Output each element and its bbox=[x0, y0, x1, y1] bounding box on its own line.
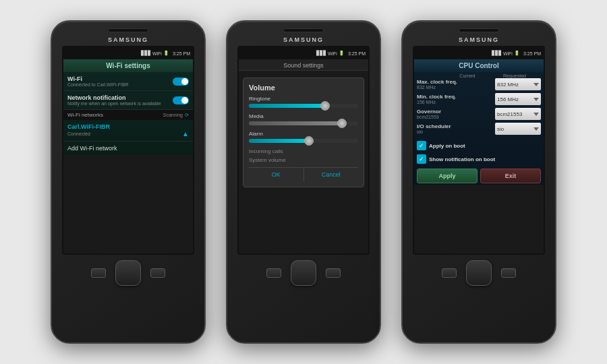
dropdown-value-3: sio bbox=[497, 126, 504, 132]
dropdown-value-1: 156 MHz bbox=[497, 96, 519, 102]
dropdown-arrow-1 bbox=[533, 98, 539, 101]
apply-boot-checkbox[interactable] bbox=[417, 141, 426, 150]
screen-title-wifi: Wi-Fi settings bbox=[63, 59, 193, 72]
media-fill bbox=[249, 121, 342, 125]
phone-sound: SAMSUNG ▊▊▊ WiFi 🔋 3:25 PM Sound setting… bbox=[226, 20, 381, 344]
notif-toggle[interactable] bbox=[173, 96, 189, 104]
cpu-row-name-1: Min. clock freq. bbox=[417, 94, 494, 100]
wifi-main-label: Wi-Fi bbox=[67, 75, 129, 82]
network-name: Carl.WiFi-FIBR bbox=[67, 123, 189, 130]
alarm-thumb[interactable] bbox=[304, 136, 314, 146]
notif-sub-label: Notify me when an open network is availa… bbox=[67, 101, 170, 106]
notif-main-label: Network notification bbox=[67, 94, 170, 101]
apply-boot-row[interactable]: Apply on boot bbox=[414, 139, 544, 152]
wifi-icon-sound: WiFi bbox=[328, 51, 337, 56]
battery-icon-sound: 🔋 bbox=[339, 51, 345, 56]
back-button-sound[interactable] bbox=[326, 268, 341, 278]
cpu-dropdown-1[interactable]: 156 MHz bbox=[495, 93, 541, 105]
notif-boot-label: Show notification on boot bbox=[429, 156, 495, 162]
notif-row[interactable]: Network notification Notify me when an o… bbox=[63, 91, 193, 110]
status-bar-wifi: ▊▊▊ WiFi 🔋 3:25 PM bbox=[63, 47, 193, 59]
speaker-cpu bbox=[459, 28, 499, 32]
signal-icon-sound: ▊▊▊ bbox=[316, 51, 326, 56]
alarm-fill bbox=[249, 139, 309, 143]
back-button-cpu[interactable] bbox=[501, 268, 516, 278]
ringtone-slider[interactable] bbox=[249, 104, 358, 108]
home-button-sound[interactable] bbox=[291, 260, 316, 286]
cpu-row-name-0: Max. clock freq. bbox=[417, 79, 494, 85]
back-button-wifi[interactable] bbox=[150, 268, 165, 278]
status-bar-sound: ▊▊▊ WiFi 🔋 3:25 PM bbox=[239, 47, 368, 59]
dropdown-arrow-3 bbox=[533, 127, 539, 131]
ringtone-fill bbox=[249, 104, 325, 108]
cpu-row-current-2: bcm21553 bbox=[417, 115, 494, 119]
cpu-row-3: I/O scheduler sio sio bbox=[417, 123, 541, 135]
scanning-text: Scanning ⟳ bbox=[163, 113, 189, 118]
cpu-row-name-3: I/O scheduler bbox=[417, 123, 494, 129]
phone-controls-cpu bbox=[403, 260, 555, 286]
add-network-item[interactable]: Add Wi-Fi network bbox=[63, 142, 193, 155]
brand-wifi: SAMSUNG bbox=[108, 36, 148, 43]
cancel-button[interactable]: Cancel bbox=[304, 168, 359, 181]
signal-icon-cpu: ▊▊▊ bbox=[492, 51, 502, 56]
dropdown-value-0: 832 MHz bbox=[497, 82, 519, 88]
cpu-row-current-1: 156 MHz bbox=[417, 100, 494, 104]
cpu-table: Current Requested Max. clock freq. 832 M… bbox=[414, 72, 544, 139]
apply-button[interactable]: Apply bbox=[417, 169, 478, 183]
wifi-row-toggle[interactable]: Wi-Fi Connected to Carl.WiFi-FIBR bbox=[63, 72, 193, 91]
phone-controls-sound bbox=[227, 260, 380, 286]
exit-button[interactable]: Exit bbox=[480, 169, 541, 183]
cpu-dropdown-0[interactable]: 832 MHz bbox=[495, 78, 541, 90]
ok-button[interactable]: OK bbox=[249, 168, 304, 181]
volume-dialog: Volume Ringtone Media bbox=[243, 78, 364, 187]
brand-sound: SAMSUNG bbox=[283, 36, 324, 43]
dialog-buttons: OK Cancel bbox=[249, 167, 358, 181]
notif-boot-checkbox[interactable] bbox=[417, 154, 426, 164]
cpu-row-0: Max. clock freq. 832 MHz 832 MHz bbox=[417, 78, 541, 90]
cpu-row-current-3: sio bbox=[417, 129, 494, 134]
home-button-wifi[interactable] bbox=[115, 260, 141, 286]
network-status: Connected bbox=[67, 131, 90, 136]
dropdown-value-2: bcm21553 bbox=[497, 111, 522, 117]
menu-button-cpu[interactable] bbox=[442, 268, 457, 278]
cpu-row-name-2: Governor bbox=[417, 109, 494, 115]
screen-wifi: ▊▊▊ WiFi 🔋 3:25 PM Wi-Fi settings Wi-Fi … bbox=[62, 46, 194, 255]
menu-button-sound[interactable] bbox=[266, 268, 281, 278]
home-button-cpu[interactable] bbox=[466, 260, 492, 286]
status-icons-wifi: ▊▊▊ WiFi 🔋 bbox=[141, 51, 169, 56]
alarm-slider[interactable] bbox=[249, 139, 358, 143]
network-item[interactable]: Carl.WiFi-FIBR Connected ▲ bbox=[63, 120, 193, 142]
menu-button-wifi[interactable] bbox=[91, 268, 106, 278]
media-thumb[interactable] bbox=[337, 119, 347, 128]
wifi-toggle[interactable] bbox=[173, 78, 189, 86]
system-volume-label: System volume bbox=[249, 157, 358, 163]
speaker-wifi bbox=[108, 28, 148, 32]
apply-boot-label: Apply on boot bbox=[429, 143, 465, 149]
alarm-label: Alarm bbox=[249, 131, 358, 137]
cpu-dropdown-2[interactable]: bcm21553 bbox=[495, 108, 541, 120]
battery-icon-cpu: 🔋 bbox=[514, 51, 520, 56]
cpu-dropdown-3[interactable]: sio bbox=[495, 123, 541, 135]
cpu-header-row: Current Requested bbox=[417, 73, 541, 78]
screen-cpu: ▊▊▊ WiFi 🔋 3:25 PM CPU Control Current R… bbox=[413, 46, 545, 255]
col-requested-header: Requested bbox=[491, 73, 538, 78]
wifi-networks-label: Wi-Fi networks bbox=[67, 112, 103, 118]
cpu-row-current-0: 832 MHz bbox=[417, 85, 494, 90]
ringtone-thumb[interactable] bbox=[320, 101, 330, 111]
col-current-header: Current bbox=[444, 73, 491, 78]
speaker-sound bbox=[283, 28, 324, 32]
dropdown-arrow-0 bbox=[533, 83, 539, 86]
cpu-row-2: Governor bcm21553 bcm21553 bbox=[417, 108, 541, 120]
ringtone-label: Ringtone bbox=[249, 96, 358, 102]
notif-boot-row[interactable]: Show notification on boot bbox=[414, 152, 544, 166]
alarm-category: Alarm bbox=[249, 131, 358, 143]
sound-settings-label: Sound settings bbox=[239, 59, 368, 71]
wifi-section-header: Wi-Fi networks Scanning ⟳ bbox=[63, 110, 193, 120]
media-slider[interactable] bbox=[249, 121, 358, 125]
status-bar-cpu: ▊▊▊ WiFi 🔋 3:25 PM bbox=[414, 47, 544, 59]
status-time-cpu: 3:25 PM bbox=[523, 51, 541, 56]
incoming-calls-label: Incoming calls bbox=[249, 148, 358, 154]
status-icons-cpu: ▊▊▊ WiFi 🔋 bbox=[492, 51, 520, 56]
wifi-sub-label: Connected to Carl.WiFi-FIBR bbox=[67, 82, 129, 87]
dropdown-arrow-2 bbox=[533, 113, 539, 116]
